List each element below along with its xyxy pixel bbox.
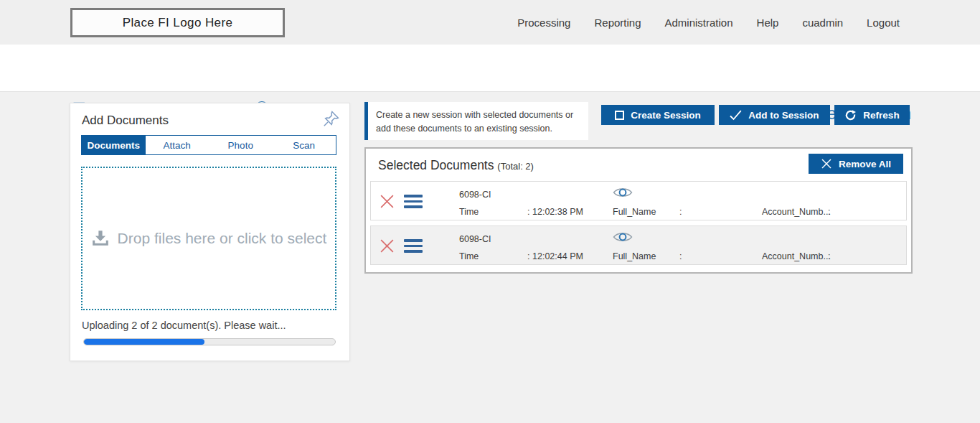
refresh-button[interactable]: Refresh	[834, 105, 910, 125]
create-session-label: Create Session	[631, 110, 701, 121]
square-icon	[615, 111, 624, 120]
account-number-separator: :	[828, 207, 830, 217]
upload-progress-fill	[84, 339, 204, 345]
download-icon	[91, 231, 110, 247]
add-documents-tabs: Documents Attach Photo Scan	[81, 135, 336, 155]
account-number-label: Account_Numb...	[762, 207, 831, 217]
refresh-label: Refresh	[863, 110, 899, 121]
remove-all-button[interactable]: Remove All	[809, 154, 903, 174]
session-hint-message: Create a new session with selected docum…	[364, 102, 588, 140]
app-screen: Place FI Logo Here Processing Reporting …	[0, 0, 980, 423]
full-name-label: Full_Name	[613, 251, 656, 261]
selected-documents-title-text: Selected Documents	[378, 158, 494, 172]
add-documents-title: Add Documents	[82, 113, 169, 128]
pin-icon[interactable]	[321, 109, 341, 129]
time-value: 12:02:44 PM	[532, 251, 583, 261]
refresh-icon	[844, 109, 857, 121]
time-separator: :	[527, 251, 529, 261]
time-label: Time	[459, 251, 479, 261]
hamburger-icon[interactable]	[404, 195, 423, 211]
tab-scan[interactable]: Scan	[273, 136, 336, 154]
red-x-icon[interactable]	[379, 193, 395, 210]
tab-documents[interactable]: Documents	[82, 136, 146, 154]
time-label: Time	[459, 207, 479, 217]
full-name-separator: :	[679, 251, 682, 261]
fi-logo-text: Place FI Logo Here	[123, 16, 233, 30]
full-name-label: Full_Name	[613, 207, 656, 217]
selected-documents-panel: Selected Documents (Total: 2) Remove All…	[364, 147, 913, 274]
x-icon	[821, 158, 832, 169]
session-actions: Create Session Add to Session Refresh	[601, 105, 910, 125]
document-row: 6098-CI Time : 12:02:38 PM Full_Name : A…	[370, 181, 907, 220]
upload-progress-bar	[83, 338, 336, 345]
selected-documents-total: (Total: 2)	[497, 161, 534, 172]
create-session-button[interactable]: Create Session	[601, 105, 715, 125]
document-row: 6098-CI Time : 12:02:44 PM Full_Name : A…	[370, 226, 907, 265]
page-header: Collected Documents i Kinective Sign	[0, 45, 980, 92]
fi-logo-placeholder: Place FI Logo Here	[70, 8, 285, 37]
nav-reporting[interactable]: Reporting	[594, 17, 641, 29]
check-icon	[730, 110, 742, 121]
time-value: 12:02:38 PM	[532, 207, 583, 217]
add-to-session-button[interactable]: Add to Session	[719, 105, 830, 125]
add-to-session-label: Add to Session	[748, 110, 819, 121]
dropzone-label: Drop files here or click to select	[118, 230, 327, 247]
nav-administration[interactable]: Administration	[665, 17, 733, 29]
time-separator: :	[527, 207, 529, 217]
red-x-icon[interactable]	[379, 238, 395, 254]
full-name-separator: :	[679, 207, 682, 217]
remove-all-label: Remove All	[839, 159, 891, 169]
hamburger-icon[interactable]	[404, 239, 423, 256]
document-name: 6098-CI	[459, 234, 491, 244]
eye-icon[interactable]	[613, 231, 633, 243]
tab-photo[interactable]: Photo	[209, 136, 273, 154]
nav-processing[interactable]: Processing	[517, 17, 570, 29]
eye-icon[interactable]	[613, 186, 633, 199]
add-documents-card: Add Documents Documents Attach Photo Sca…	[70, 103, 350, 361]
selected-documents-title: Selected Documents (Total: 2)	[378, 158, 534, 173]
main-nav: Processing Reporting Administration Help…	[494, 0, 980, 45]
file-dropzone[interactable]: Drop files here or click to select	[81, 167, 336, 310]
nav-help[interactable]: Help	[757, 17, 779, 29]
nav-user-cuadmin[interactable]: cuadmin	[802, 17, 843, 29]
nav-logout[interactable]: Logout	[867, 17, 900, 29]
account-number-label: Account_Numb...	[762, 251, 831, 261]
upload-status-text: Uploading 2 of 2 document(s). Please wai…	[82, 320, 286, 331]
document-name: 6098-CI	[459, 190, 491, 200]
tab-attach[interactable]: Attach	[146, 136, 209, 154]
top-bar: Place FI Logo Here Processing Reporting …	[0, 0, 980, 45]
account-number-separator: :	[828, 251, 830, 261]
